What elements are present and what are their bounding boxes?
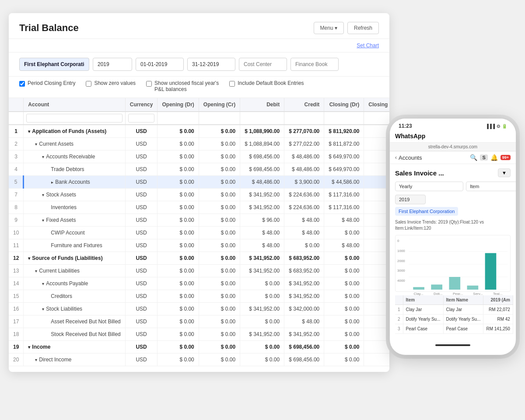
phone-time: 11:23 <box>399 123 412 129</box>
row-debit: $ 0.00 <box>240 354 284 366</box>
table-row: 18 Stock Received But Not Billed USD $ 0… <box>9 328 389 341</box>
row-account[interactable]: ▾Fixed Assets <box>24 214 125 227</box>
show-zero-checkbox[interactable]: Show zero values <box>86 80 136 87</box>
dropdown-button[interactable]: ▼ <box>498 168 511 177</box>
row-account[interactable]: ▸Bank Accounts <box>24 176 125 189</box>
row-closing-cr <box>364 303 389 315</box>
row-account[interactable]: ▾Application of Funds (Assets) <box>24 125 125 138</box>
period-filter[interactable] <box>395 182 463 191</box>
row-credit: $ 48,486.00 <box>284 150 324 163</box>
back-arrow-icon[interactable]: ‹ <box>395 154 397 161</box>
row-closing-cr <box>364 176 389 189</box>
expand-icon[interactable]: ▾ <box>35 142 37 147</box>
table-row: 9 ▾Fixed Assets USD $ 0.00 $ 0.00 $ 96.0… <box>9 214 389 227</box>
table-row: 2 ▾Current Assets USD $ 0.00 $ 0.00 $ 1,… <box>9 138 389 150</box>
row-opening-cr: $ 0.00 <box>199 354 240 366</box>
table-row: 11 Furniture and Fixtures USD $ 0.00 $ 0… <box>9 239 389 252</box>
cost-center-filter[interactable] <box>239 58 287 71</box>
row-opening-cr: $ 0.00 <box>199 163 240 176</box>
phone-home-bar <box>435 344 470 346</box>
row-credit: $ 683,952.00 <box>284 252 324 265</box>
groupby-filter[interactable] <box>466 182 516 191</box>
row-currency: USD <box>125 176 158 189</box>
expand-icon[interactable]: ▾ <box>28 129 30 134</box>
expand-icon[interactable]: ▾ <box>42 281 44 286</box>
row-account[interactable]: ▾Source of Funds (Liabilities) <box>24 252 125 265</box>
row-debit: $ 341,952.00 <box>240 328 284 341</box>
expand-icon[interactable]: ▾ <box>42 192 44 197</box>
phone-nav-icons: 🔍 S 🔔 99+ <box>470 154 511 161</box>
expand-icon[interactable]: ▾ <box>28 256 30 261</box>
row-account[interactable]: ▾Current Liabilities <box>24 265 125 277</box>
row-closing-dr: $ 0.00 <box>324 277 364 290</box>
row-currency: USD <box>125 239 158 252</box>
row-account[interactable]: ▾Income <box>24 341 125 354</box>
row-currency: USD <box>125 354 158 366</box>
set-chart-button[interactable]: Set Chart <box>357 42 379 49</box>
expand-icon[interactable]: ▾ <box>42 218 44 223</box>
period-closing-checkbox[interactable]: Period Closing Entry <box>19 80 75 87</box>
row-opening-dr: $ 0.00 <box>158 214 199 227</box>
row-debit: $ 1,088,990.00 <box>240 125 284 138</box>
row-account: Asset Received But Not Billed <box>24 315 125 328</box>
row-closing-cr <box>364 227 389 239</box>
expand-icon[interactable]: ▾ <box>28 345 30 350</box>
expand-icon[interactable]: ▾ <box>42 307 44 312</box>
expand-icon[interactable]: ▾ <box>35 269 37 273</box>
finance-book-filter[interactable] <box>290 58 339 71</box>
menu-button[interactable]: Menu ▾ <box>314 22 344 34</box>
year-filter[interactable] <box>93 58 132 71</box>
row-credit: $ 342,000.00 <box>284 303 324 315</box>
row-credit: $ 341,952.00 <box>284 328 324 341</box>
row-account[interactable]: ▾Stock Assets <box>24 189 125 201</box>
row-account[interactable]: ▾Accounts Receivable <box>24 150 125 163</box>
currency-filter-input[interactable] <box>128 114 155 122</box>
table-row: 8 Inventories USD $ 0.00 $ 0.00 $ 341,95… <box>9 201 389 214</box>
year-phone-filter[interactable] <box>395 195 426 204</box>
row-account[interactable]: ▾Current Assets <box>24 138 125 150</box>
row-account: Creditors <box>24 290 125 303</box>
sales-invoice-header: Sales Invoice ... ▼ <box>395 168 511 177</box>
row-num: 16 <box>9 303 24 315</box>
row-account: Furniture and Fixtures <box>24 239 125 252</box>
row-opening-cr: $ 0.00 <box>199 277 240 290</box>
row-currency: USD <box>125 252 158 265</box>
row-account[interactable]: ▾Stock Liabilities <box>24 303 125 315</box>
row-opening-dr: $ 0.00 <box>158 252 199 265</box>
expand-icon[interactable]: ▾ <box>35 357 37 362</box>
chart-svg <box>409 239 508 290</box>
row-debit: $ 698,456.00 <box>240 163 284 176</box>
row-debit: $ 0.00 <box>240 341 284 354</box>
row-debit: $ 341,952.00 <box>240 189 284 201</box>
date-to-filter[interactable] <box>187 58 235 71</box>
row-account: Trade Debtors <box>24 163 125 176</box>
expand-icon[interactable]: ▾ <box>42 154 44 159</box>
account-filter-input[interactable] <box>26 114 122 122</box>
row-opening-cr: $ 0.00 <box>199 150 240 163</box>
default-book-checkbox[interactable]: Include Default Book Entries <box>229 80 304 87</box>
chart-bar-teal <box>485 253 497 290</box>
phone-table-body: 1 Clay Jar Clay Jar RM 22,072 2 Dotify Y… <box>395 305 513 334</box>
row-num: 1 <box>9 125 24 138</box>
refresh-button[interactable]: Refresh <box>347 22 379 34</box>
row-credit: $ 224,636.00 <box>284 201 324 214</box>
row-account[interactable]: ▾Direct Income <box>24 354 125 366</box>
row-closing-dr: $ 48.00 <box>324 214 364 227</box>
row-closing-cr <box>364 138 389 150</box>
row-opening-cr: $ 0.00 <box>199 328 240 341</box>
table-row: 4 Trade Debtors USD $ 0.00 $ 0.00 $ 698,… <box>9 163 389 176</box>
phone-table-header: Item Item Name 2019 (Am <box>395 295 513 305</box>
company-filter[interactable] <box>19 58 89 71</box>
trial-balance-panel: Trial Balance Menu ▾ Refresh Set Chart P… <box>9 13 389 372</box>
col-currency: Currency <box>125 98 158 112</box>
table-row: 16 ▾Stock Liabilities USD $ 0.00 $ 0.00 … <box>9 303 389 315</box>
chart-area: 4000 3000 2000 1000 0 Cl <box>395 235 511 292</box>
date-from-filter[interactable] <box>136 58 184 71</box>
table-row: 10 CWIP Account USD $ 0.00 $ 0.00 $ 48.0… <box>9 227 389 239</box>
chart-bar-doti <box>431 284 442 290</box>
expand-icon[interactable]: ▸ <box>51 180 53 185</box>
unclosed-fiscal-checkbox[interactable]: Show unclosed fiscal year'sP&L balances <box>146 80 219 92</box>
search-icon[interactable]: 🔍 <box>470 154 477 161</box>
row-account[interactable]: ▾Accounts Payable <box>24 277 125 290</box>
notification-icon[interactable]: 🔔 <box>490 154 498 161</box>
